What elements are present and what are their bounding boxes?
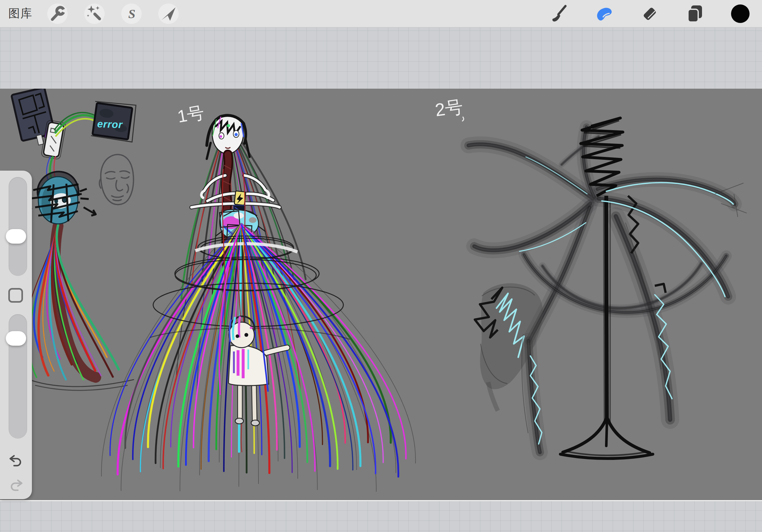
sketch-main-character bbox=[102, 115, 416, 492]
transform-arrow-icon bbox=[158, 4, 179, 24]
svg-text:S: S bbox=[128, 7, 135, 21]
error-screen-text: error bbox=[97, 118, 123, 130]
redo-icon bbox=[9, 478, 23, 493]
selection-button[interactable]: S bbox=[121, 4, 142, 24]
sketch-label-1: 1号 bbox=[176, 103, 205, 126]
opacity-slider-thumb[interactable] bbox=[6, 331, 26, 346]
undo-button[interactable] bbox=[9, 454, 23, 469]
smudge-icon bbox=[594, 4, 615, 24]
brush-size-slider-thumb[interactable] bbox=[6, 229, 26, 244]
wrench-icon bbox=[47, 4, 68, 24]
sketch-label-2: 2号 bbox=[434, 96, 464, 120]
modify-button[interactable] bbox=[8, 288, 23, 303]
gallery-button[interactable]: 图库 bbox=[8, 6, 33, 21]
paint-tools-group bbox=[549, 4, 754, 24]
layers-icon bbox=[685, 4, 705, 24]
brush-tool-button[interactable] bbox=[549, 4, 569, 24]
stray-mark bbox=[462, 117, 464, 121]
transform-button[interactable] bbox=[158, 4, 179, 24]
drawing-canvas[interactable]: 1号 2号 bbox=[0, 89, 762, 501]
magic-wand-icon bbox=[84, 4, 105, 24]
layers-button[interactable] bbox=[685, 4, 705, 24]
top-toolbar: 图库 S bbox=[0, 0, 762, 28]
color-button[interactable] bbox=[730, 4, 750, 24]
smudge-tool-button[interactable] bbox=[594, 4, 615, 24]
active-color-swatch bbox=[731, 4, 750, 23]
procreate-workspace: { "toolbar": { "bar_bg": "#e2e2e2", "gal… bbox=[0, 0, 762, 532]
eraser-tool-button[interactable] bbox=[640, 4, 660, 24]
selection-s-icon: S bbox=[121, 4, 142, 24]
sketch-monitors: error bbox=[12, 89, 137, 187]
sidebar-controls bbox=[0, 170, 32, 499]
brush-icon bbox=[549, 4, 569, 24]
eraser-icon bbox=[640, 4, 660, 24]
sketch-vortex-figure bbox=[468, 118, 747, 459]
undo-icon bbox=[9, 454, 23, 469]
actions-button[interactable] bbox=[47, 4, 68, 24]
redo-button[interactable] bbox=[9, 478, 23, 493]
sketch-face-study bbox=[100, 155, 134, 205]
adjustments-button[interactable] bbox=[84, 4, 105, 24]
brush-size-slider[interactable] bbox=[9, 177, 27, 276]
